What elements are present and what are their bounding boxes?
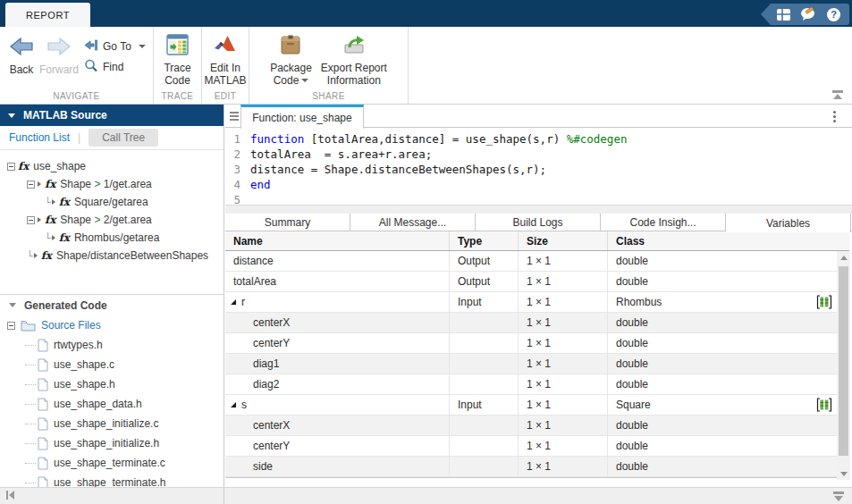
bottom-panel-tabs: Summary All Message... Build Logs Code I… [225,214,852,231]
tree-expander-icon[interactable] [27,216,35,224]
goto-button[interactable]: Go To [84,39,146,54]
ribbon-toolbar: Back Forward G [0,27,852,105]
file-item[interactable]: use_shape_terminate.h [0,473,224,487]
tree-elbow-icon: └ [45,232,51,244]
table-row[interactable]: totalArea Output 1 × 1 double [225,272,849,292]
file-item[interactable]: use_shape_terminate.c [0,453,224,473]
source-subtabs: Function List | Call Tree [0,126,224,150]
table-row[interactable]: distance Output 1 × 1 double [225,251,849,272]
view-variable-icon[interactable] [816,295,832,312]
more-options-icon[interactable] [833,111,836,124]
code-line: 2 totalArea = s.area+r.area; [225,147,852,162]
collapse-bottom-panel-button[interactable] [833,491,844,501]
table-row[interactable]: s Input 1 × 1 Square [225,395,849,416]
package-code-dropdown-caret [301,79,308,82]
feedback-icon[interactable] [800,6,817,23]
file-item[interactable]: rtwtypes.h [0,335,224,355]
document-list-icon[interactable] [230,112,239,122]
table-row[interactable]: side 1 × 1 double [225,457,849,477]
tree-item-shape-2-get-area[interactable]: fx Shape > 2/get.area [0,211,224,229]
table-row[interactable]: r Input 1 × 1 Rhombus [225,292,849,313]
var-size: 1 × 1 [527,357,551,370]
tree-item-label: 2/get.area [100,214,151,226]
scrollbar-thumb[interactable] [839,266,848,456]
tree-dotted-connector [25,365,36,365]
help-icon[interactable]: ? [825,6,842,23]
table-row[interactable]: centerX 1 × 1 double [225,313,849,333]
tree-item-label: Shape [60,214,94,226]
table-scrollbar[interactable] [837,251,850,480]
table-row[interactable]: diag2 1 × 1 double [225,374,849,395]
tree-item-square-getarea[interactable]: └ fx Square/getarea [0,193,224,211]
table-row[interactable]: centerY 1 × 1 double [225,436,849,457]
edit-in-matlab-label-line1: Edit In [210,62,240,74]
var-name: centerX [253,316,290,329]
trace-code-button[interactable]: Trace Code [154,32,201,87]
scroll-up-icon[interactable] [837,251,850,264]
var-class: double [616,460,648,473]
generated-code-header[interactable]: Generated Code [0,295,224,315]
edit-section-label: EDIT [202,91,249,101]
var-name: centerX [253,419,290,432]
tree-item-rhombus-getarea[interactable]: └ fx Rhombus/getarea [0,229,224,247]
tree-expander-icon[interactable] [27,181,35,189]
tab-build-logs[interactable]: Build Logs [476,214,601,231]
table-row[interactable]: centerY 1 × 1 double [225,333,849,354]
file-label: use_shape_data.h [54,398,142,410]
layout-grid-icon[interactable] [775,6,792,23]
row-expander-icon[interactable] [231,402,236,407]
column-header-class: Class [608,231,836,250]
tree-item-label: Shape [60,178,94,190]
tab-summary[interactable]: Summary [225,214,350,231]
file-item[interactable]: use_shape_initialize.c [0,414,224,433]
tab-call-tree[interactable]: Call Tree [89,129,158,147]
source-files-node[interactable]: Source Files [0,315,224,335]
tab-function-use-shape[interactable]: Function: use_shape [240,105,364,129]
view-variable-icon[interactable] [816,398,832,415]
tab-variables[interactable]: Variables [726,214,851,232]
tab-function-list[interactable]: Function List [9,131,70,144]
function-icon: fx [59,231,70,244]
code-editor[interactable]: 1 function [totalArea,distance] = use_sh… [225,128,852,205]
goto-label: Go To [103,40,131,53]
collapse-sidebar-button[interactable] [6,491,14,500]
collapse-section-icon [8,113,15,118]
tree-arrow-icon [38,181,41,187]
table-row[interactable]: diag1 1 × 1 double [225,354,849,374]
tree-expander-icon[interactable] [7,163,15,171]
tree-dotted-connector [25,384,36,385]
tree-elbow-icon: └ [27,250,33,262]
tree-expander-icon[interactable] [7,322,15,330]
file-item[interactable]: use_shape.h [0,374,224,394]
line-number: 3 [225,162,250,177]
find-button[interactable]: Find [84,59,146,75]
collapse-ribbon-icon [832,90,843,99]
scroll-down-icon[interactable] [837,467,850,480]
tab-code-insights[interactable]: Code Insigh... [601,214,726,231]
tree-item-distance-between-shapes[interactable]: └ fx Shape/distanceBetweenShapes [0,247,224,265]
matlab-source-header[interactable]: MATLAB Source [0,105,224,126]
var-class: double [616,357,648,370]
tree-item-label: 1/get.area [100,178,151,190]
edit-in-matlab-button[interactable]: Edit In MATLAB [202,32,249,87]
forward-icon [46,36,72,61]
line-number: 1 [225,131,250,147]
file-item[interactable]: use_shape.c [0,355,224,374]
tree-item-use-shape[interactable]: fx use_shape [0,157,224,175]
file-icon [38,378,48,391]
file-icon [38,358,48,372]
file-item[interactable]: use_shape_initialize.h [0,433,224,453]
tab-report[interactable]: REPORT [5,3,90,27]
tree-dotted-connector [25,404,36,405]
file-item[interactable]: use_shape_data.h [0,394,224,414]
collapse-ribbon-button[interactable] [832,90,845,100]
matlab-logo-icon [214,34,237,58]
panel-divider[interactable] [225,205,852,214]
package-box-icon [279,34,302,58]
row-expander-icon[interactable] [231,299,236,305]
tab-all-messages[interactable]: All Message... [350,214,476,231]
export-report-label-line1: Export Report [321,62,387,74]
table-row[interactable]: centerX 1 × 1 double [225,416,849,436]
tree-item-shape-1-get-area[interactable]: fx Shape > 1/get.area [0,175,224,193]
code-line: 4 end [225,177,852,192]
